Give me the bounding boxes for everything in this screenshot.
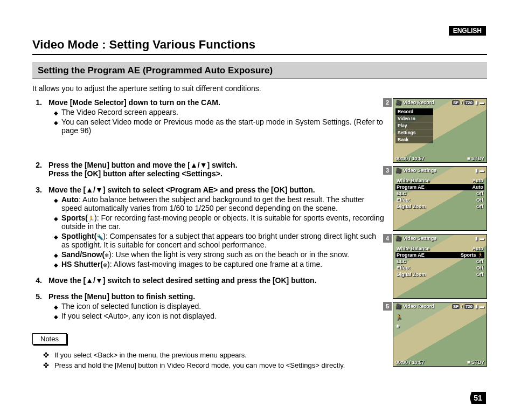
screenshot-4: 4 🎥 Video Settings ▮ ▬ White BalanceAuto… — [393, 234, 487, 299]
slash: / — [461, 304, 463, 309]
res-chip: 720 — [464, 304, 474, 309]
diamond-icon: ◆ — [54, 304, 58, 310]
row-digital-zoom: Digital ZoomOff — [395, 271, 484, 278]
memory-icon: ▮ — [475, 236, 478, 241]
camera-icon: 🎥 — [395, 100, 401, 105]
up-down-arrow-icon: ▲/▼ — [86, 276, 103, 285]
menu-item-record: Record — [395, 108, 433, 115]
camera-icon: 🎥 — [395, 236, 401, 241]
header-title: Video Settings — [403, 168, 436, 173]
notes-label: Notes — [32, 333, 67, 345]
fleuron-icon: ✤ — [43, 351, 49, 359]
battery-icon: ▬ — [480, 100, 484, 105]
screenshot-3: 3 🎥 Video Settings ▮ ▬ White BalanceAuto… — [393, 166, 487, 231]
page-number: 51 — [470, 392, 486, 404]
bullet-text: The Video Record screen appears. — [61, 108, 178, 116]
row-digital-zoom: Digital ZoomOff — [395, 203, 484, 210]
diamond-icon: ◆ — [54, 234, 58, 240]
content-area: 1. Move [Mode Selector] down to turn on … — [32, 98, 487, 371]
page-title: Video Mode : Setting Various Functions — [32, 38, 487, 55]
step-3: 3. Move the [▲/▼] switch to select <Prog… — [32, 185, 384, 268]
spotlight-icon: 🔦 — [96, 234, 103, 240]
battery-icon: ▬ — [480, 168, 484, 173]
diamond-icon: ◆ — [54, 216, 58, 222]
status-text: ■ STBY — [467, 360, 484, 365]
screenshot-number: 4 — [383, 234, 392, 243]
step-title: Move the [▲/▼] switch to select desired … — [48, 276, 317, 285]
screenshot-number: 2 — [383, 98, 392, 107]
header-title: Video Record — [403, 100, 434, 105]
section-title: Setting the Program AE (Programmed Auto … — [32, 63, 487, 79]
step-title: Move [Mode Selector] down to turn on the… — [48, 98, 220, 107]
sports-mode-icon: 🏃 — [395, 314, 402, 320]
fleuron-icon: ✤ — [43, 361, 49, 369]
bullet-text: HS Shutter(⊗): Allows fast-moving images… — [61, 260, 322, 268]
steps-column: 1. Move [Mode Selector] down to turn on … — [32, 98, 386, 371]
bullet-text: The icon of selected function is display… — [61, 302, 201, 311]
battery-icon: ▬ — [480, 304, 484, 309]
step-5: 5. Press the [Menu] button to finish set… — [32, 292, 384, 320]
bullet-text: Auto: Auto balance between the subject a… — [61, 195, 384, 212]
step-title: Press the [Menu] button to finish settin… — [48, 292, 195, 301]
diamond-icon: ◆ — [54, 197, 58, 203]
menu-item-settings: Settings — [395, 129, 433, 136]
step-title: Move the [▲/▼] switch to select <Program… — [48, 185, 315, 194]
step-title: Press the [Menu] button and move the [▲/… — [48, 161, 238, 178]
bullet-text: Sand/Snow(❄): Use when the light is very… — [61, 250, 349, 259]
bullet-text: Sports(🏃): For recording fast-moving peo… — [61, 214, 384, 231]
intro-text: It allows you to adjust the aperture set… — [32, 84, 487, 93]
step-4: 4. Move the [▲/▼] switch to select desir… — [32, 276, 384, 285]
header-title: Video Settings — [403, 236, 436, 241]
time-counter: 00:00 / 10:57 — [395, 156, 425, 161]
menu-item-video-in: Video In — [395, 115, 433, 122]
diamond-icon: ◆ — [54, 110, 58, 116]
res-chip: 720 — [464, 100, 474, 105]
memory-icon: ▮ — [475, 100, 478, 105]
time-counter: 00:00 / 10:57 — [395, 360, 425, 365]
status-text: ■ STBY — [467, 156, 484, 161]
sports-icon: 🏃 — [477, 252, 483, 258]
step-number: 2. — [32, 161, 42, 178]
row-effect: EffectOff — [395, 197, 484, 203]
focus-icon: ❀ — [395, 323, 400, 329]
settings-table: White BalanceAuto Program AEAuto BLCOff … — [395, 177, 484, 210]
sf-chip: SF — [452, 100, 460, 105]
row-white-balance: White BalanceAuto — [395, 245, 484, 252]
memory-icon: ▮ — [475, 304, 478, 309]
header-title: Video Record — [403, 304, 434, 309]
step-2: 2. Press the [Menu] button and move the … — [32, 161, 384, 178]
camera-icon: 🎥 — [395, 304, 401, 309]
step-number: 5. — [32, 292, 42, 301]
up-down-arrow-icon: ▲/▼ — [190, 161, 207, 169]
row-effect: EffectOff — [395, 265, 484, 271]
note-item: ✤Press and hold the [Menu] button in Vid… — [43, 361, 384, 369]
screenshot-number: 5 — [383, 302, 392, 311]
snow-icon: ❄ — [105, 252, 109, 258]
step-number: 3. — [32, 185, 42, 194]
screenshot-2: 2 🎥 Video Record SF / 720 ▮ ▬ Record Vid… — [393, 98, 487, 163]
row-blc: BLCOff — [395, 190, 484, 197]
bullet-text: You can select Video mode or Previous mo… — [61, 118, 384, 135]
row-blc: BLCOff — [395, 258, 484, 265]
bullet-text: Spotlight(🔦): Compensates for a subject … — [61, 232, 384, 249]
diamond-icon: ◆ — [54, 262, 58, 268]
camera-icon: 🎥 — [395, 168, 401, 173]
sf-chip: SF — [452, 304, 460, 309]
screenshot-5: 5 🎥 Video Record SF / 720 ▮ ▬ 🏃 ❀ 00:00 … — [393, 302, 487, 367]
slash: / — [461, 100, 463, 105]
memory-icon: ▮ — [475, 168, 478, 173]
menu-list: Record Video In Play Settings Back — [395, 108, 433, 143]
up-down-arrow-icon: ▲/▼ — [86, 185, 103, 194]
note-item: ✤If you select <Back> in the menu, the p… — [43, 351, 384, 359]
language-badge: ENGLISH — [449, 26, 486, 36]
battery-icon: ▬ — [480, 236, 484, 241]
step-number: 4. — [32, 276, 42, 285]
row-program-ae: Program AEAuto — [395, 184, 484, 190]
screenshot-number: 3 — [383, 166, 392, 175]
diamond-icon: ◆ — [54, 120, 58, 126]
menu-item-play: Play — [395, 122, 433, 129]
diamond-icon: ◆ — [54, 314, 58, 320]
step-1: 1. Move [Mode Selector] down to turn on … — [32, 98, 384, 135]
shutter-icon: ⊗ — [103, 262, 107, 268]
sports-icon: 🏃 — [88, 216, 94, 222]
